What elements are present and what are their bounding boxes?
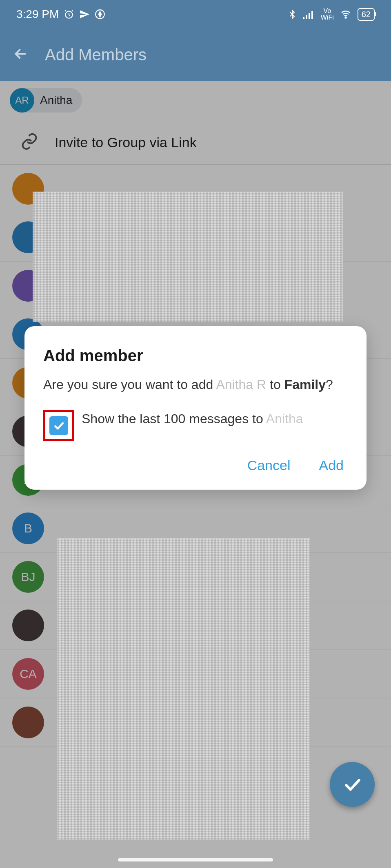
svg-point-6 [345,17,346,18]
show-history-checkbox[interactable] [49,416,68,435]
send-icon [79,9,90,20]
svg-rect-2 [303,17,304,19]
status-left: 3:29 PM [16,8,105,21]
redacted-region [57,538,310,840]
app-header: Add Members [0,29,391,81]
bluetooth-icon [287,9,297,20]
status-bar: 3:29 PM Vo WiFi 62 [0,0,391,29]
check-text-member: Anitha [266,411,303,426]
wifi-icon [340,9,352,19]
svg-rect-4 [309,13,310,19]
dialog-title: Add member [43,347,348,365]
add-button[interactable]: Add [319,457,344,473]
show-history-label: Show the last 100 messages to Anitha [82,410,303,428]
add-member-dialog: Add member Are you sure you want to add … [24,326,367,490]
confirm-fab[interactable] [330,762,375,807]
dialog-message: Are you sure you want to add Anitha R to… [43,375,348,394]
signal-icon [303,9,315,19]
vowifi-label: Vo WiFi [321,8,334,21]
dialog-msg-group: Family [284,377,326,392]
page-title: Add Members [45,46,147,64]
dialog-msg-prefix: Are you sure you want to add [43,377,216,392]
nav-indicator [118,858,273,861]
status-right: Vo WiFi 62 [287,8,375,21]
back-button[interactable] [12,46,29,64]
svg-rect-3 [306,15,307,19]
dialog-msg-member: Anitha R [216,377,266,392]
svg-rect-5 [311,11,313,19]
checkbox-highlight [43,410,74,441]
check-text-prefix: Show the last 100 messages to [82,411,266,426]
battery-indicator: 62 [358,8,375,21]
compass-icon [95,9,105,20]
redacted-region [33,192,343,322]
show-history-row: Show the last 100 messages to Anitha [43,410,348,441]
dialog-msg-to: to [266,377,284,392]
alarm-icon [64,9,74,20]
dialog-msg-q: ? [326,377,333,392]
status-time: 3:29 PM [16,8,59,21]
dialog-actions: Cancel Add [43,457,348,473]
cancel-button[interactable]: Cancel [247,457,291,473]
